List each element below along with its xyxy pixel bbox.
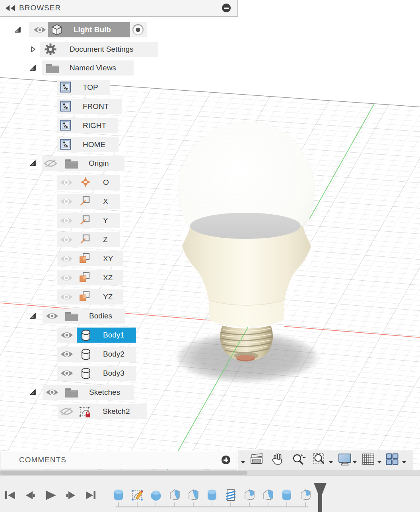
tree-row-view-top[interactable]: TOP [0, 80, 171, 95]
timeline-track [0, 476, 420, 512]
nav-window-zoom-dropdown[interactable] [329, 458, 333, 465]
activate-component-radio-icon[interactable] [132, 24, 144, 36]
eye-on-icon[interactable] [45, 388, 59, 397]
tree-row-plane-xz[interactable]: XZ [0, 270, 171, 285]
expander-open-icon[interactable] [30, 160, 36, 167]
pan-icon [270, 453, 285, 466]
eye-dim-icon[interactable] [60, 235, 73, 244]
tree-row-bodies[interactable]: Bodies [0, 308, 171, 324]
nav-grid-and-snaps-dropdown[interactable] [377, 458, 382, 465]
tree-row-axis-x[interactable]: X [0, 194, 171, 209]
tree-label-sketch2: Sketch2 [103, 407, 130, 416]
add-comment-button[interactable] [222, 456, 230, 464]
expander-open-icon[interactable] [30, 65, 36, 71]
expander-open-icon[interactable] [30, 389, 36, 396]
timeline-scrollbar-thumb[interactable] [0, 471, 247, 475]
tree-row-light-bulb[interactable]: Light Bulb [0, 22, 171, 37]
folder-icon [65, 387, 78, 398]
eye-off-icon[interactable] [60, 407, 73, 416]
browser-panel-header: BROWSER [0, 0, 238, 17]
tree-row-body2[interactable]: Body2 [0, 347, 171, 362]
eye-dim-icon[interactable] [60, 178, 73, 187]
eye-dim-icon[interactable] [60, 293, 73, 301]
nav-display-settings-button[interactable] [338, 453, 352, 468]
view-icon [60, 101, 71, 112]
tree-label-axis-y: Y [103, 216, 108, 225]
tree-row-view-right[interactable]: RIGHT [0, 118, 171, 133]
eye-on-icon[interactable] [60, 331, 74, 339]
tree-row-origin-point-o[interactable]: O [0, 175, 171, 190]
tree-label-view-front: FRONT [83, 102, 109, 111]
tree-row-plane-xy[interactable]: XY [0, 251, 171, 266]
axis-icon [80, 215, 91, 227]
plus-icon-vertical [226, 458, 227, 462]
dropdown-caret-icon[interactable] [402, 461, 406, 464]
orbit-dropdown[interactable] [241, 458, 245, 465]
tree-row-sketch2[interactable]: Sketch2 [0, 404, 171, 419]
tree-row-axis-y[interactable]: Y [0, 213, 171, 228]
body-icon [80, 367, 91, 379]
tree-row-named-views[interactable]: Named Views [0, 60, 171, 76]
body-icon [80, 329, 91, 341]
expander-open-icon[interactable] [15, 27, 21, 33]
folder-icon [65, 158, 78, 169]
tree-label-bodies: Bodies [89, 312, 112, 320]
nav-zoom-button[interactable] [292, 453, 306, 468]
eye-on-icon[interactable] [45, 312, 59, 320]
nav-look-at-button[interactable] [249, 453, 264, 468]
eye-off-icon[interactable] [44, 159, 57, 168]
eye-dim-icon[interactable] [60, 197, 73, 206]
zoom-icon [292, 453, 306, 466]
eye-on-icon[interactable] [60, 350, 74, 359]
nav-grid-and-snaps-button[interactable] [362, 453, 376, 468]
nav-viewports-button[interactable] [385, 453, 400, 468]
browser-panel-title: BROWSER [19, 4, 61, 12]
tree-row-sketches[interactable]: Sketches [0, 385, 171, 400]
timeline-playhead[interactable] [314, 483, 327, 512]
origin-point-icon [80, 176, 91, 188]
eye-dim-icon[interactable] [60, 254, 73, 263]
tree-row-view-front[interactable]: FRONT [0, 99, 171, 114]
tree-label-light-bulb: Light Bulb [74, 25, 111, 34]
tree-label-plane-xz: XZ [103, 273, 113, 282]
nav-window-zoom-button[interactable] [313, 453, 327, 468]
dropdown-caret-icon[interactable] [377, 461, 382, 464]
tree-label-origin: Origin [89, 159, 109, 168]
dropdown-caret-icon[interactable] [329, 461, 333, 464]
tree-label-plane-yz: YZ [103, 293, 113, 301]
eye-dim-icon[interactable] [60, 273, 73, 282]
eye-on-icon[interactable] [33, 25, 47, 34]
dropdown-caret-icon[interactable] [352, 461, 357, 464]
tree-label-sketches: Sketches [89, 388, 120, 397]
browser-minimize-button[interactable] [222, 4, 231, 12]
bulb-top-disc [190, 213, 301, 239]
expander-open-icon[interactable] [30, 313, 36, 319]
body-icon [80, 348, 91, 360]
tree-label-named-views: Named Views [70, 64, 116, 72]
tree-row-body1[interactable]: Body1 [0, 328, 171, 343]
dropdown-caret-icon[interactable] [241, 461, 245, 464]
axis-icon [80, 234, 91, 246]
tree-row-plane-yz[interactable]: YZ [0, 289, 171, 304]
eye-dim-icon[interactable] [60, 216, 73, 225]
tree-label-document-settings: Document Settings [70, 45, 134, 54]
tree-row-axis-z[interactable]: Z [0, 232, 171, 247]
expander-closed-icon[interactable] [30, 46, 36, 52]
tree-row-document-settings[interactable]: Document Settings [0, 42, 171, 57]
nav-viewports-dropdown[interactable] [402, 458, 406, 465]
collapse-panel-icon[interactable] [5, 5, 16, 12]
comments-bar[interactable]: COMMENTS [0, 451, 237, 469]
tree-row-body3[interactable]: Body3 [0, 366, 171, 381]
navigation-toolbar [238, 450, 413, 470]
tree-label-axis-x: X [103, 197, 108, 206]
nav-pan-button[interactable] [270, 453, 285, 468]
minus-icon [224, 8, 229, 9]
tree-label-view-home: HOME [83, 140, 105, 149]
tree-row-origin[interactable]: Origin [0, 156, 171, 171]
look-at-icon [249, 453, 264, 466]
axis-icon [80, 196, 91, 208]
tree-row-view-home[interactable]: HOME [0, 137, 171, 152]
plane-icon [79, 291, 90, 303]
eye-on-icon[interactable] [60, 369, 74, 378]
nav-display-settings-dropdown[interactable] [352, 458, 357, 465]
